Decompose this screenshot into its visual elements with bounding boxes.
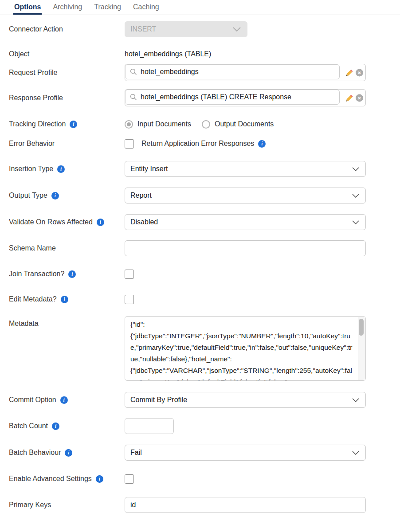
field-schema-name: Schema Name bbox=[0, 240, 400, 256]
request-profile-widget: hotel_embeddings bbox=[125, 64, 366, 81]
info-icon[interactable] bbox=[258, 140, 266, 148]
metadata-value: {"id": {"jdbcType":"INTEGER","jsonType":… bbox=[125, 317, 357, 380]
field-error-behavior: Error Behavior Return Application Error … bbox=[0, 138, 400, 149]
insertion-type-label: Insertion Type bbox=[9, 165, 125, 173]
connector-action-select: INSERT bbox=[125, 21, 247, 37]
info-icon[interactable] bbox=[61, 296, 68, 303]
commit-option-value: Commit By Profile bbox=[130, 396, 187, 404]
error-behavior-checkbox-label: Return Application Error Responses bbox=[141, 140, 254, 148]
info-icon[interactable] bbox=[65, 449, 72, 457]
tab-tracking[interactable]: Tracking bbox=[93, 3, 122, 15]
schema-name-input[interactable] bbox=[125, 240, 366, 256]
search-icon bbox=[130, 94, 137, 101]
output-type-select[interactable]: Report bbox=[125, 188, 366, 203]
edit-pencil-icon[interactable] bbox=[346, 94, 353, 102]
field-batch-count: Batch Count bbox=[0, 418, 400, 434]
chevron-down-icon bbox=[352, 220, 359, 224]
insertion-type-select[interactable]: Entity Insert bbox=[125, 161, 366, 177]
metadata-label: Metadata bbox=[9, 316, 125, 328]
batch-count-label: Batch Count bbox=[9, 422, 125, 430]
field-join-transaction: Join Transaction? bbox=[0, 269, 400, 279]
response-profile-value: hotel_embeddings (TABLE) CREATE Response bbox=[141, 93, 291, 101]
commit-option-select[interactable]: Commit By Profile bbox=[125, 392, 366, 408]
validate-on-rows-affected-select[interactable]: Disabled bbox=[125, 214, 366, 230]
request-profile-input[interactable]: hotel_embeddings bbox=[125, 64, 340, 79]
chevron-down-icon bbox=[352, 194, 359, 198]
field-request-profile: Request Profile hotel_embeddings bbox=[0, 64, 400, 81]
join-transaction-label: Join Transaction? bbox=[9, 270, 125, 278]
commit-option-label: Commit Option bbox=[9, 396, 125, 404]
batch-behaviour-select[interactable]: Fail bbox=[125, 445, 366, 461]
tab-archiving[interactable]: Archiving bbox=[52, 3, 83, 15]
validate-on-rows-affected-value: Disabled bbox=[130, 218, 158, 226]
batch-behaviour-label: Batch Behaviour bbox=[9, 449, 125, 457]
info-icon[interactable] bbox=[57, 165, 65, 173]
info-icon[interactable] bbox=[51, 192, 59, 200]
response-profile-widget: hotel_embeddings (TABLE) CREATE Response bbox=[125, 89, 366, 106]
scrollbar-track[interactable] bbox=[358, 317, 365, 380]
clear-icon[interactable] bbox=[356, 69, 363, 76]
response-profile-label: Response Profile bbox=[9, 94, 125, 102]
schema-name-label: Schema Name bbox=[9, 244, 125, 252]
connector-action-label: Connector Action bbox=[9, 25, 125, 33]
request-profile-label: Request Profile bbox=[9, 69, 125, 77]
object-value: hotel_embeddings (TABLE) bbox=[125, 50, 211, 58]
field-metadata: Metadata {"id": {"jdbcType":"INTEGER","j… bbox=[0, 316, 400, 381]
search-icon bbox=[130, 68, 137, 75]
connector-options-panel: Options Archiving Tracking Caching Conne… bbox=[0, 0, 400, 532]
join-transaction-checkbox[interactable] bbox=[125, 270, 134, 279]
field-validate-on-rows-affected: Validate On Rows Affected Disabled bbox=[0, 214, 400, 230]
info-icon[interactable] bbox=[97, 219, 104, 226]
info-icon[interactable] bbox=[60, 396, 68, 404]
enable-advanced-settings-label: Enable Advanced Settings bbox=[9, 475, 125, 483]
field-commit-option: Commit Option Commit By Profile bbox=[0, 392, 400, 408]
radio-output-documents[interactable] bbox=[202, 120, 210, 129]
clear-icon[interactable] bbox=[356, 94, 363, 102]
radio-label: Output Documents bbox=[215, 120, 274, 128]
output-type-label: Output Type bbox=[9, 192, 125, 200]
tracking-direction-radios: Input Documents Output Documents bbox=[125, 120, 284, 129]
info-icon[interactable] bbox=[96, 475, 103, 483]
object-label: Object bbox=[9, 50, 125, 58]
field-edit-metadata: Edit Metadata? bbox=[0, 294, 400, 305]
chevron-down-icon bbox=[352, 167, 359, 171]
info-icon[interactable] bbox=[70, 121, 77, 128]
chevron-down-icon bbox=[233, 27, 241, 31]
insertion-type-value: Entity Insert bbox=[130, 165, 168, 173]
tab-caching[interactable]: Caching bbox=[132, 3, 160, 15]
field-primary-keys: Primary Keys bbox=[0, 497, 400, 513]
field-batch-behaviour: Batch Behaviour Fail bbox=[0, 445, 400, 461]
radio-input-documents[interactable] bbox=[125, 120, 133, 129]
radio-label: Input Documents bbox=[137, 120, 191, 128]
primary-keys-input[interactable] bbox=[125, 497, 366, 513]
field-output-type: Output Type Report bbox=[0, 188, 400, 203]
scrollbar-thumb[interactable] bbox=[359, 319, 364, 336]
chevron-down-icon bbox=[352, 451, 359, 455]
field-object: Object hotel_embeddings (TABLE) bbox=[0, 49, 400, 59]
info-icon[interactable] bbox=[52, 422, 59, 430]
field-connector-action: Connector Action INSERT bbox=[0, 21, 400, 37]
edit-metadata-checkbox[interactable] bbox=[125, 295, 134, 304]
error-behavior-label: Error Behavior bbox=[9, 140, 125, 148]
edit-metadata-label: Edit Metadata? bbox=[9, 295, 125, 303]
response-profile-input[interactable]: hotel_embeddings (TABLE) CREATE Response bbox=[125, 90, 340, 105]
field-insertion-type: Insertion Type Entity Insert bbox=[0, 161, 400, 177]
edit-pencil-icon[interactable] bbox=[346, 69, 353, 76]
tracking-direction-label: Tracking Direction bbox=[9, 120, 125, 128]
primary-keys-label: Primary Keys bbox=[9, 501, 125, 509]
tab-bar: Options Archiving Tracking Caching bbox=[0, 0, 400, 15]
error-behavior-checkbox[interactable] bbox=[125, 139, 134, 149]
metadata-textarea[interactable]: {"id": {"jdbcType":"INTEGER","jsonType":… bbox=[125, 316, 366, 381]
enable-advanced-settings-checkbox[interactable] bbox=[125, 474, 134, 484]
info-icon[interactable] bbox=[68, 270, 76, 278]
connector-action-value: INSERT bbox=[130, 25, 156, 33]
field-enable-advanced-settings: Enable Advanced Settings bbox=[0, 473, 400, 484]
tab-options[interactable]: Options bbox=[13, 3, 42, 15]
output-type-value: Report bbox=[130, 192, 152, 200]
batch-behaviour-value: Fail bbox=[130, 449, 142, 457]
chevron-down-icon bbox=[352, 398, 359, 402]
validate-on-rows-affected-label: Validate On Rows Affected bbox=[9, 218, 125, 226]
batch-count-input[interactable] bbox=[125, 418, 174, 434]
request-profile-value: hotel_embeddings bbox=[141, 68, 199, 76]
field-response-profile: Response Profile hotel_embeddings (TABLE… bbox=[0, 89, 400, 106]
